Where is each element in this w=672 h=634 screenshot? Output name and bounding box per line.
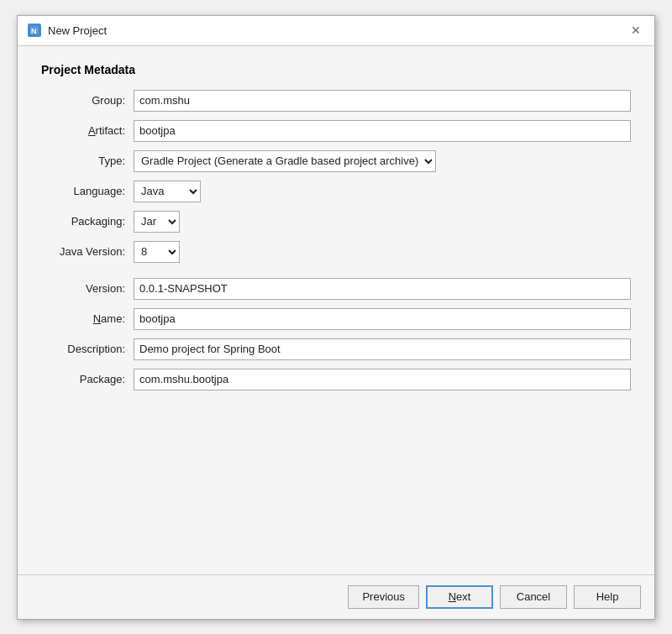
dialog-title: New Project: [48, 24, 107, 37]
artifact-input[interactable]: [134, 120, 631, 142]
title-bar: N New Project ✕: [18, 16, 654, 46]
section-title: Project Metadata: [41, 63, 631, 76]
type-select[interactable]: Maven Project (Generate a Maven based pr…: [134, 150, 436, 172]
description-input[interactable]: [134, 338, 631, 360]
empty-area: [41, 399, 631, 550]
help-button[interactable]: Help: [574, 585, 641, 609]
type-row: Type: Maven Project (Generate a Maven ba…: [41, 150, 631, 172]
language-row: Language: Java Kotlin Groovy: [41, 181, 631, 202]
dialog-content: Project Metadata Group: Artifact: Type: …: [18, 46, 654, 574]
svg-text:N: N: [31, 27, 37, 35]
dialog-footer: Previous Next Cancel Help: [18, 574, 654, 619]
new-project-dialog: N New Project ✕ Project Metadata Group: …: [17, 15, 655, 620]
version-input[interactable]: [134, 278, 631, 300]
title-bar-left: N New Project: [28, 24, 107, 37]
name-input[interactable]: [134, 308, 631, 330]
description-label: Description:: [41, 343, 134, 355]
package-input[interactable]: [134, 369, 631, 390]
packaging-select[interactable]: Jar War: [134, 211, 180, 233]
language-select[interactable]: Java Kotlin Groovy: [134, 181, 201, 202]
cancel-button[interactable]: Cancel: [500, 585, 567, 609]
version-row: Version:: [41, 278, 631, 300]
packaging-label: Packaging:: [41, 215, 134, 228]
dialog-icon: N: [28, 24, 41, 37]
group-input[interactable]: [134, 90, 631, 112]
package-label: Package:: [41, 373, 134, 385]
previous-button[interactable]: Previous: [348, 585, 419, 609]
java-version-row: Java Version: 8 11 17 21: [41, 241, 631, 263]
name-row: Name:: [41, 308, 631, 330]
language-label: Language:: [41, 185, 134, 197]
type-label: Type:: [41, 155, 134, 167]
java-version-select[interactable]: 8 11 17 21: [134, 241, 180, 263]
package-row: Package:: [41, 369, 631, 390]
artifact-row: Artifact:: [41, 120, 631, 142]
packaging-row: Packaging: Jar War: [41, 211, 631, 233]
group-row: Group:: [41, 90, 631, 112]
next-button[interactable]: Next: [426, 585, 493, 609]
artifact-label: Artifact:: [41, 124, 134, 137]
description-row: Description:: [41, 338, 631, 360]
close-button[interactable]: ✕: [627, 22, 644, 39]
name-label: Name:: [41, 312, 134, 325]
version-label: Version:: [41, 282, 134, 295]
group-label: Group:: [41, 94, 134, 107]
java-version-label: Java Version:: [41, 245, 134, 258]
